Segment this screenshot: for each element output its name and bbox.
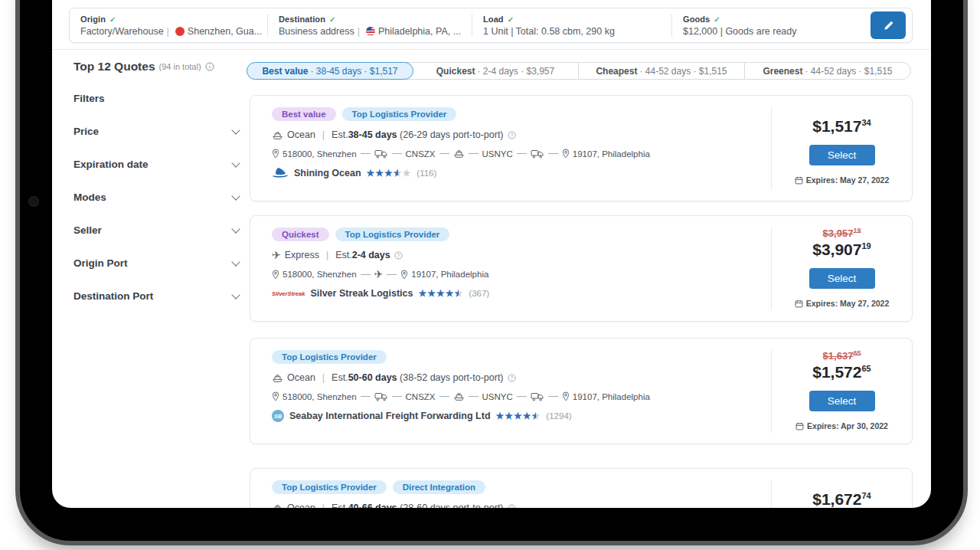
summary-field-goods: Goods✓ $12,000 | Goods are ready [672, 15, 871, 37]
truck-icon [374, 392, 388, 401]
star-full-icon: ★ [436, 288, 446, 299]
route-port-code: CNSZX [406, 392, 436, 401]
tab-cheapest[interactable]: Cheapest · 44-52 days · $1,515 [579, 63, 745, 79]
star-full-icon: ★ [505, 411, 514, 421]
filter-item-destination-port[interactable]: Destination Port [74, 290, 242, 302]
filter-item-modes[interactable]: Modes [74, 192, 242, 203]
chevron-down-icon [231, 224, 240, 233]
summary-field-value: 1 Unit | Total: 0.58 cbm, 290 kg [483, 26, 671, 37]
help-icon[interactable]: ? [508, 374, 516, 382]
select-button[interactable]: Select [809, 268, 875, 289]
mode-label: Ocean [287, 372, 315, 383]
review-count: (367) [469, 289, 489, 298]
pin-icon [272, 391, 279, 401]
tab-label: Quickest [436, 66, 475, 77]
tablet-camera-icon [28, 196, 39, 207]
quotes-title-text: Top 12 Quotes [74, 60, 155, 74]
route-dash [517, 396, 527, 397]
summary-field-value: $12,000 | Goods are ready [683, 26, 871, 37]
route-row: 518000, ShenzhenCNSZXUSNYC19107, Philade… [272, 391, 763, 401]
us-flag-icon [366, 27, 375, 36]
price-main: $1,51734 [812, 117, 871, 136]
mode-row: Ocean | Est.38-45 days (26-29 days port-… [272, 129, 763, 140]
select-button[interactable]: Select [809, 391, 875, 411]
route-location: 518000, Shenzhen [283, 392, 357, 401]
mode-label: Express [285, 250, 319, 260]
summary-field-label: Destination✓ [279, 15, 472, 24]
truck-icon [374, 149, 388, 159]
review-count: (116) [416, 169, 436, 178]
summary-field-label: Goods✓ [683, 15, 871, 24]
badge-top-logistics-provider: Top Logistics Provider [272, 480, 387, 494]
filter-item-price[interactable]: Price [74, 126, 242, 137]
route-port-code: CNSZX [406, 149, 436, 159]
seller-row: Shining Ocean ★★★★★★ (116) [272, 167, 763, 178]
summary-field-origin: Origin✓ Factory/Warehouse|Shenzhen, Gua.… [70, 15, 267, 37]
mode-row: ✈ Express | Est.2-4 days ? [272, 250, 763, 260]
expires-row: Expires: Apr 30, 2022 [795, 421, 888, 431]
price-main: $1,67274 [812, 490, 871, 508]
tab-label: Greenest [763, 66, 802, 77]
price-main: $3,90719 [812, 241, 871, 259]
route-dash [469, 396, 479, 397]
star-half-icon: ★★ [394, 169, 403, 178]
badge-top-logistics-provider: Top Logistics Provider [335, 228, 450, 241]
tab-label: Cheapest [596, 66, 637, 77]
quote-card-details: QuickestTop Logistics Provider ✈ Express… [250, 216, 771, 321]
badge-best-value: Best value [272, 107, 336, 121]
price-old: $1,63765 [823, 349, 861, 362]
help-icon[interactable]: ? [394, 251, 403, 260]
duration-note: (38-52 days port-to-port) [400, 372, 503, 383]
tab-quickest[interactable]: Quickest · 2-4 days · $3,957 [413, 63, 579, 79]
duration: 50-60 days [348, 372, 397, 383]
star-full-icon: ★ [367, 168, 376, 178]
quote-card: Best valueTop Logistics Provider Ocean |… [250, 95, 913, 201]
filter-item-label: Expiration date [74, 159, 149, 170]
help-icon[interactable]: ? [508, 131, 516, 139]
select-button[interactable]: Select [809, 145, 875, 165]
svg-text:?: ? [510, 375, 513, 380]
filter-item-expiration-date[interactable]: Expiration date [74, 159, 242, 170]
star-full-icon: ★ [375, 168, 384, 178]
header-divider [52, 49, 931, 50]
tab-best-value[interactable]: Best value · 38-45 days · $1,517 [247, 62, 413, 80]
help-icon[interactable]: ? [508, 504, 516, 509]
quote-card-details: Best valueTop Logistics Provider Ocean |… [250, 96, 771, 201]
route-dash [548, 396, 558, 397]
plane-icon: ✈ [272, 250, 281, 260]
check-icon: ✓ [325, 15, 335, 24]
tab-label: Best value [262, 66, 308, 77]
summary-field-value: Business address|Philadelphia, PA, ... [279, 26, 472, 37]
duration: 2-4 days [352, 250, 390, 260]
quote-card: Top Logistics ProviderDirect Integration… [250, 468, 913, 508]
ship-icon [453, 391, 465, 401]
badge-row: Top Logistics ProviderDirect Integration [272, 480, 763, 494]
quotes-title: Top 12 Quotes (94 in total) [74, 60, 242, 74]
summary-field-load: Load✓ 1 Unit | Total: 0.58 cbm, 290 kg [472, 15, 671, 37]
check-icon: ✓ [504, 15, 514, 24]
route-port-code: USNYC [482, 392, 513, 401]
badge-row: Top Logistics Provider [272, 350, 763, 364]
filter-item-label: Seller [74, 224, 102, 236]
route-dash [439, 153, 449, 154]
duration: 40-66 days [348, 503, 397, 508]
info-icon[interactable] [205, 62, 214, 71]
quotes-count: (94 in total) [159, 62, 201, 71]
filter-item-origin-port[interactable]: Origin Port [74, 257, 242, 269]
seller-row: SilverStreak Silver Streak Logistics ★★★… [272, 288, 763, 299]
route-row: 518000, Shenzhen✈19107, Philadelphia [272, 269, 763, 280]
svg-text:?: ? [510, 132, 513, 137]
star-full-icon: ★ [514, 411, 523, 421]
filter-item-label: Price [74, 126, 99, 137]
estimate-text: Est.40-66 days (28-60 days port-to-port) [332, 503, 503, 508]
check-icon: ✓ [106, 15, 116, 24]
edit-shipment-button[interactable] [871, 11, 906, 39]
filter-item-seller[interactable]: Seller [74, 224, 242, 236]
calendar-icon [795, 300, 803, 308]
expires-text: Expires: May 27, 2022 [806, 299, 890, 308]
badge-quickest: Quickest [272, 228, 329, 241]
route-location: 19107, Philadelphia [573, 392, 650, 401]
tab-greenest[interactable]: Greenest · 44-52 days · $1,515 [745, 63, 910, 79]
route-dash [548, 153, 558, 154]
estimate-text: Est.38-45 days (26-29 days port-to-port) [332, 129, 503, 140]
